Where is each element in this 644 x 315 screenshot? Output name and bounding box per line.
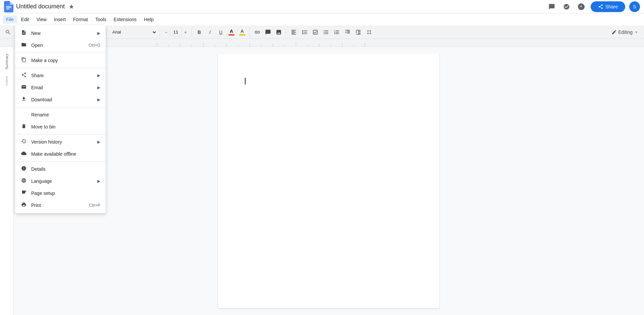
divider-4 xyxy=(15,134,106,135)
open-shortcut: Ctrl+O xyxy=(89,43,100,48)
line-spacing-button[interactable] xyxy=(300,28,309,37)
file-menu-email[interactable]: Email ▶ xyxy=(15,82,106,94)
text-color-indicator xyxy=(228,34,234,36)
print-menu-icon xyxy=(20,202,27,209)
svg-rect-2 xyxy=(6,9,9,9)
version-history-label: Version history xyxy=(31,139,95,145)
history-icon[interactable] xyxy=(576,1,587,12)
outline-sublabel: Outline xyxy=(5,76,8,86)
chat-icon[interactable] xyxy=(561,1,572,12)
toolbar-separator-3 xyxy=(106,29,106,36)
text-cursor xyxy=(245,78,246,85)
document-title[interactable]: Untitled document xyxy=(16,3,65,10)
download-icon xyxy=(20,96,27,103)
title-bar-right: Share S xyxy=(546,1,640,12)
menu-item-help[interactable]: Help xyxy=(141,15,157,23)
file-menu-details[interactable]: Details xyxy=(15,163,106,175)
doc-canvas[interactable]: Meeting notes Email draft More xyxy=(13,47,644,315)
font-size-decrease-button[interactable]: − xyxy=(163,28,169,37)
italic-button[interactable]: I xyxy=(205,28,215,37)
file-menu-make-offline[interactable]: Make available offline xyxy=(15,148,106,160)
left-panel: Summary Outline xyxy=(0,47,13,315)
file-menu-page-setup[interactable]: Page setup xyxy=(15,187,106,199)
details-label: Details xyxy=(31,166,100,172)
file-menu-download[interactable]: Download ▶ xyxy=(15,94,106,106)
bullet-list-button[interactable] xyxy=(321,28,331,37)
divider-2 xyxy=(15,68,106,68)
divider-3 xyxy=(15,107,106,107)
outline-label: Summary xyxy=(3,52,10,71)
email-icon xyxy=(20,84,27,91)
menu-item-format[interactable]: Format xyxy=(70,15,91,23)
underline-button[interactable]: U xyxy=(216,28,225,37)
language-arrow: ▶ xyxy=(97,179,100,183)
indent-increase-button[interactable] xyxy=(354,28,363,37)
details-icon xyxy=(20,166,27,172)
download-arrow: ▶ xyxy=(97,97,100,102)
star-icon[interactable]: ★ xyxy=(69,3,74,10)
page-setup-icon xyxy=(20,190,27,197)
file-menu-version-history[interactable]: Version history ▶ xyxy=(15,136,106,148)
menu-item-edit[interactable]: Edit xyxy=(18,15,33,23)
file-menu-share[interactable]: Share ▶ xyxy=(15,69,106,82)
font-size-increase-button[interactable]: + xyxy=(182,28,189,37)
file-menu-print[interactable]: Print Ctrl+P xyxy=(15,199,106,211)
move-to-bin-icon xyxy=(20,123,27,130)
highlight-color-indicator xyxy=(239,34,245,36)
file-menu-open[interactable]: Open Ctrl+O xyxy=(15,39,106,51)
email-label: Email xyxy=(31,85,95,90)
insert-image-button[interactable] xyxy=(274,28,283,37)
comment-icon[interactable] xyxy=(546,1,557,12)
align-left-button[interactable] xyxy=(289,28,299,37)
file-menu-make-copy[interactable]: Make a copy xyxy=(15,54,106,66)
svg-rect-1 xyxy=(6,7,11,8)
new-label: New xyxy=(31,31,95,36)
indent-decrease-button[interactable] xyxy=(343,28,352,37)
file-menu-new[interactable]: New ▶ xyxy=(15,27,106,39)
file-menu-move-to-bin[interactable]: Move to bin xyxy=(15,121,106,133)
language-icon xyxy=(20,178,27,185)
text-color-button[interactable]: A xyxy=(227,28,236,37)
make-offline-icon xyxy=(20,151,27,157)
file-menu-language[interactable]: Language ▶ xyxy=(15,175,106,187)
file-menu-rename[interactable]: Rename xyxy=(15,109,106,121)
share-label: Share xyxy=(605,4,618,9)
move-to-bin-label: Move to bin xyxy=(31,124,100,129)
numbered-list-button[interactable] xyxy=(332,28,341,37)
comment-button[interactable] xyxy=(263,28,273,37)
clear-formatting-button[interactable] xyxy=(364,28,374,37)
font-size-input[interactable] xyxy=(170,28,182,37)
open-label: Open xyxy=(31,43,86,48)
link-button[interactable] xyxy=(253,28,262,37)
share-button[interactable]: Share xyxy=(591,1,625,12)
version-history-icon xyxy=(20,139,27,145)
new-icon xyxy=(20,30,27,37)
menu-item-extensions[interactable]: Extensions xyxy=(110,15,140,23)
checklist-button[interactable] xyxy=(311,28,320,37)
menu-item-tools[interactable]: Tools xyxy=(92,15,110,23)
menu-item-file[interactable]: File xyxy=(3,15,17,23)
toolbar-separator-7 xyxy=(286,29,286,36)
title-bar: Untitled document ★ Share S xyxy=(0,0,644,13)
bold-button[interactable]: B xyxy=(195,28,204,37)
document-page[interactable] xyxy=(218,54,439,308)
toolbar-separator-4 xyxy=(160,29,160,36)
make-copy-label: Make a copy xyxy=(31,58,100,63)
search-button[interactable] xyxy=(3,27,13,38)
menu-bar: File Edit View Insert Format Tools Exten… xyxy=(0,13,644,25)
highlight-button[interactable]: A xyxy=(237,28,247,37)
download-label: Download xyxy=(31,97,95,102)
svg-rect-3 xyxy=(13,39,631,47)
share-arrow: ▶ xyxy=(97,73,100,78)
share-menu-label: Share xyxy=(31,73,95,78)
font-dropdown[interactable]: Arial Times New Roman Courier New xyxy=(109,28,157,37)
menu-item-insert[interactable]: Insert xyxy=(51,15,69,23)
menu-item-view[interactable]: View xyxy=(33,15,50,23)
make-copy-icon xyxy=(20,57,27,64)
editing-mode-dropdown[interactable]: Editing xyxy=(609,28,641,36)
toolbar-separator-5 xyxy=(192,29,192,36)
svg-rect-0 xyxy=(6,6,11,7)
user-avatar[interactable]: S xyxy=(629,1,640,12)
docs-logo-icon xyxy=(4,1,13,12)
version-history-arrow: ▶ xyxy=(97,140,100,144)
